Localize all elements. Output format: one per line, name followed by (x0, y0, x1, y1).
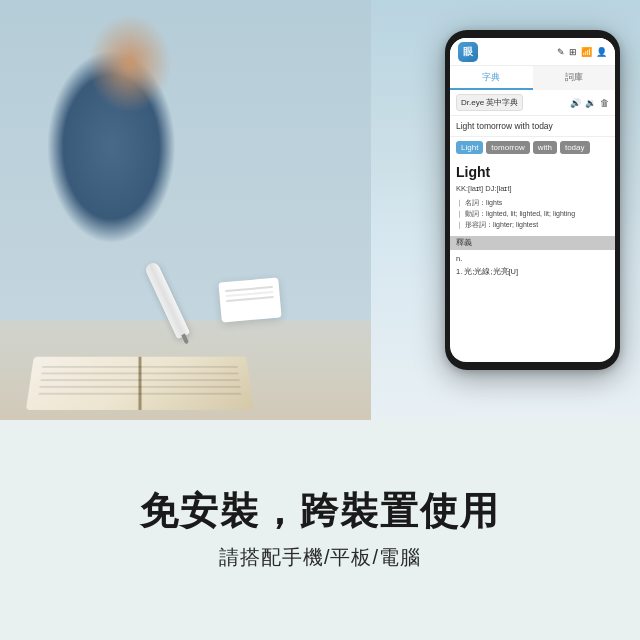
noun-line: ｜ 名詞：lights (456, 197, 609, 208)
adj-line: ｜ 形容詞：lighter; lightest (456, 219, 609, 230)
search-query: Light tomorrow with today (450, 116, 615, 137)
tag-today[interactable]: today (560, 141, 590, 154)
phone-status-bar: 眼 ✎ ⊞ 📶 👤 (450, 38, 615, 66)
profile-icon: 👤 (596, 47, 607, 57)
release-bar: 釋義 (450, 236, 615, 250)
phone-screen: 眼 ✎ ⊞ 📶 👤 字典 詞庫 (450, 38, 615, 362)
verb-line: ｜ 動詞：lighted, lit; lighted, lit; lightin… (456, 208, 609, 219)
photo-section: 眼 ✎ ⊞ 📶 👤 字典 詞庫 (0, 0, 640, 420)
dictionary-name[interactable]: Dr.eye 英中字典 (456, 94, 523, 111)
tag-tomorrow[interactable]: tomorrow (486, 141, 529, 154)
grid-icon: ⊞ (569, 47, 577, 57)
tag-light[interactable]: Light (456, 141, 483, 154)
person-area (0, 0, 371, 420)
main-word: Light (450, 158, 615, 182)
app-logo: 眼 (458, 42, 478, 62)
edit-icon: ✎ (557, 47, 565, 57)
dictionary-actions: 🔊 🔉 🗑 (570, 98, 609, 108)
main-heading: 免安裝，跨裝置使用 (140, 489, 500, 535)
pos: n. (456, 253, 609, 264)
dictionary-tabs: 字典 詞庫 (450, 66, 615, 90)
volume-down-icon[interactable]: 🔉 (585, 98, 596, 108)
tag-with[interactable]: with (533, 141, 557, 154)
page-container: 眼 ✎ ⊞ 📶 👤 字典 詞庫 (0, 0, 640, 640)
word-info: ｜ 名詞：lights ｜ 動詞：lighted, lit; lighted, … (450, 195, 615, 233)
book (26, 357, 254, 410)
phone-mockup: 眼 ✎ ⊞ 📶 👤 字典 詞庫 (445, 30, 620, 370)
dictionary-selector: Dr.eye 英中字典 🔊 🔉 🗑 (450, 90, 615, 116)
trash-icon[interactable]: 🗑 (600, 98, 609, 108)
status-icons: ✎ ⊞ 📶 👤 (557, 47, 607, 57)
tab-thesaurus[interactable]: 詞庫 (533, 66, 616, 90)
definition-text: 1. 光;光線;光亮[U] (456, 266, 609, 277)
sub-heading: 請搭配手機/平板/電腦 (219, 544, 421, 571)
volume-icon[interactable]: 🔊 (570, 98, 581, 108)
scan-card (218, 277, 281, 322)
definition: n. 1. 光;光線;光亮[U] (450, 250, 615, 281)
phonetics: KK:[laɪt] DJ:[laɪt] (450, 182, 615, 195)
tab-dictionary[interactable]: 字典 (450, 66, 533, 90)
wifi-icon: 📶 (581, 47, 592, 57)
book-lines (37, 366, 243, 405)
word-tags: Light tomorrow with today (450, 137, 615, 158)
bottom-section: 免安裝，跨裝置使用 請搭配手機/平板/電腦 (0, 420, 640, 640)
